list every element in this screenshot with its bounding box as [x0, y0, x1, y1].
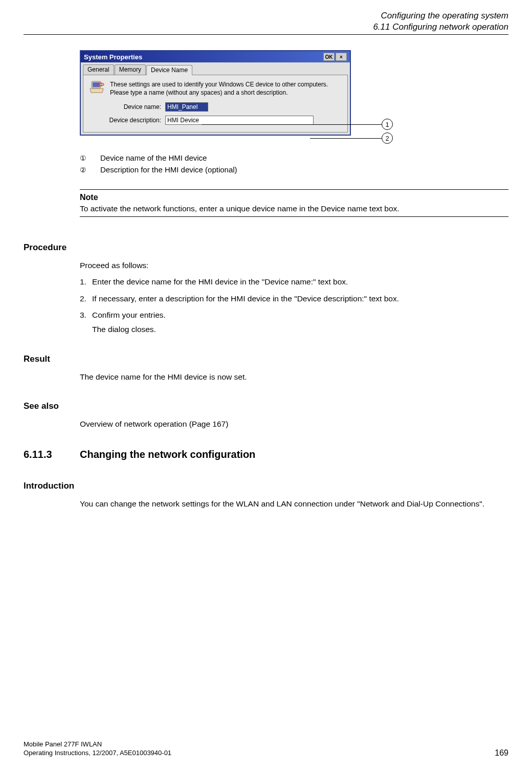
tab-general[interactable]: General — [83, 64, 114, 75]
legend-num-2: ② — [80, 166, 100, 174]
chapter-title: Changing the network configuration — [80, 449, 255, 460]
laptop-icon — [88, 80, 105, 95]
procedure-step-1: Enter the device name for the HMI device… — [92, 276, 348, 288]
see-also-text: Overview of network operation (Page 167) — [80, 418, 508, 430]
device-description-label: Device description: — [88, 117, 165, 124]
callout-line-1 — [202, 124, 382, 125]
header-line2: 6.11 Configuring network operation — [24, 21, 508, 33]
system-properties-dialog: System Properties OK × General Memory De… — [80, 50, 351, 135]
note-block: Note To activate the network functions, … — [80, 189, 508, 217]
header-rule — [24, 34, 508, 35]
figure-system-properties: System Properties OK × General Memory De… — [80, 50, 508, 135]
tab-memory[interactable]: Memory — [115, 64, 146, 75]
page-number: 169 — [495, 748, 508, 758]
page-footer: Mobile Panel 277F IWLAN Operating Instru… — [24, 740, 508, 758]
device-description-input[interactable] — [165, 116, 314, 125]
callout-2: 2 — [382, 133, 393, 144]
result-text: The device name for the HMI device is no… — [80, 371, 508, 383]
device-name-input[interactable] — [165, 102, 208, 112]
procedure-step-2: If necessary, enter a description for th… — [92, 293, 399, 304]
procedure-intro: Proceed as follows: — [80, 260, 508, 271]
heading-introduction: Introduction — [24, 481, 508, 491]
note-label: Note — [80, 193, 508, 202]
running-header: Configuring the operating system 6.11 Co… — [24, 10, 508, 33]
tab-panel-device-name: These settings are used to identify your… — [83, 75, 348, 132]
footer-product: Mobile Panel 277F IWLAN — [24, 740, 171, 749]
legend-num-1: ① — [80, 154, 100, 162]
note-text: To activate the network functions, enter… — [80, 204, 508, 213]
dialog-tabs: General Memory Device Name — [81, 62, 350, 75]
tab-device-name[interactable]: Device Name — [146, 65, 192, 75]
heading-see-also: See also — [24, 401, 508, 411]
header-line1: Configuring the operating system — [24, 10, 508, 21]
close-button[interactable]: × — [336, 53, 347, 61]
heading-result: Result — [24, 354, 508, 364]
dialog-titlebar: System Properties OK × — [81, 51, 350, 62]
introduction-text: You can change the network settings for … — [80, 498, 508, 510]
footer-docinfo: Operating Instructions, 12/2007, A5E0100… — [24, 748, 171, 758]
procedure-step-3b: The dialog closes. — [92, 324, 508, 335]
callout-1: 1 — [382, 119, 393, 130]
dialog-title: System Properties — [84, 53, 142, 61]
legend-text-2: Description for the HMI device (optional… — [100, 165, 237, 174]
callout-line-2 — [310, 138, 382, 139]
heading-chapter-6-11-3: 6.11.3 Changing the network configuratio… — [24, 449, 508, 460]
figure-legend: ① Device name of the HMI device ② Descri… — [80, 153, 508, 174]
legend-text-1: Device name of the HMI device — [100, 153, 207, 162]
dialog-intro-text: These settings are used to identify your… — [110, 80, 328, 97]
ok-button[interactable]: OK — [323, 53, 335, 61]
procedure-step-3: Confirm your entries. — [92, 310, 166, 321]
device-name-label: Device name: — [88, 103, 165, 111]
chapter-number: 6.11.3 — [24, 449, 80, 460]
heading-procedure: Procedure — [24, 242, 508, 253]
procedure-list: 1.Enter the device name for the HMI devi… — [80, 276, 508, 336]
